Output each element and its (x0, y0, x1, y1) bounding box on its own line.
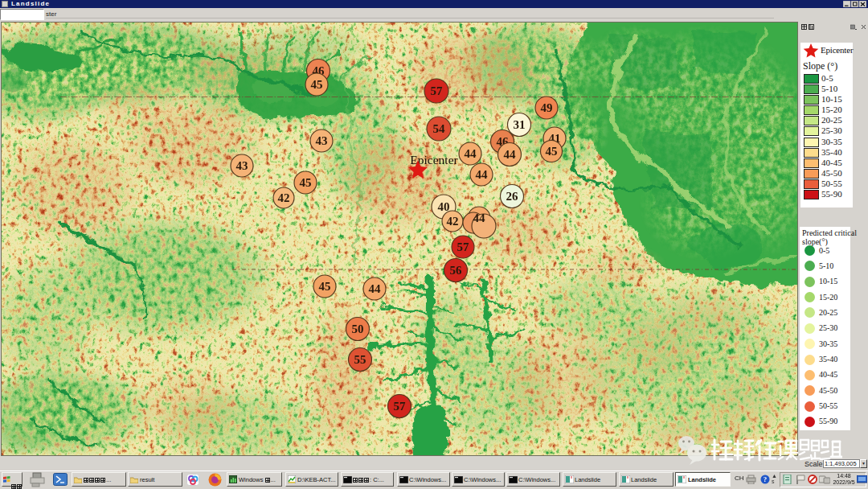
svg-text:31: 31 (514, 118, 526, 131)
svg-text:42: 42 (447, 215, 459, 228)
svg-text:44: 44 (476, 168, 489, 181)
svg-text:44: 44 (473, 212, 486, 224)
svg-text:43: 43 (236, 159, 248, 172)
svg-text:56: 56 (450, 264, 463, 277)
svg-text:55: 55 (354, 353, 366, 366)
svg-text:?: ? (764, 475, 768, 483)
svg-text:44: 44 (369, 282, 382, 295)
svg-text:42: 42 (278, 191, 290, 204)
svg-text:45: 45 (319, 280, 331, 293)
svg-text:54: 54 (433, 122, 446, 135)
svg-text:45: 45 (311, 78, 323, 91)
svg-text:49: 49 (541, 101, 553, 114)
svg-text:44: 44 (504, 148, 517, 161)
svg-text:57: 57 (457, 240, 470, 253)
svg-text:26: 26 (506, 190, 519, 203)
svg-text:45: 45 (546, 145, 558, 158)
svg-text:50: 50 (352, 323, 364, 335)
svg-text:44: 44 (465, 147, 477, 160)
svg-text:45: 45 (300, 176, 312, 189)
svg-text:57: 57 (394, 400, 407, 413)
svg-text:43: 43 (316, 134, 328, 147)
svg-text:57: 57 (431, 84, 444, 97)
